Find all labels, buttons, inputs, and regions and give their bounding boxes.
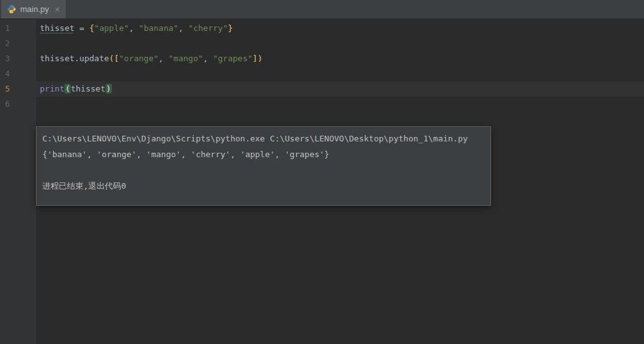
- code-token-brace: ]): [253, 54, 263, 63]
- code-token-plain: thisset.update: [40, 54, 109, 63]
- output-line: 进程已结束,退出代码0: [42, 178, 485, 194]
- line-number[interactable]: 2: [0, 36, 36, 51]
- code-token-string: "cherry": [188, 23, 228, 33]
- code-token-string: "grapes": [213, 54, 253, 63]
- code-token-plain: =: [75, 23, 89, 33]
- output-line: C:\Users\LENOVO\Env\Django\Scripts\pytho…: [42, 131, 485, 146]
- code-token-plain: ,: [178, 23, 188, 33]
- code-token-brace: {: [89, 23, 94, 33]
- line-number[interactable]: 5: [0, 81, 36, 97]
- code-token-plain: ,: [203, 54, 213, 63]
- run-output-panel: C:\Users\LENOVO\Env\Django\Scripts\pytho…: [36, 126, 491, 206]
- code-token-brace: ([: [109, 54, 119, 63]
- code-line[interactable]: 4: [0, 66, 644, 81]
- code-token-plain: ,: [129, 23, 139, 33]
- code-token-matched: (: [64, 84, 71, 93]
- output-line: [42, 162, 485, 178]
- run-output-text: C:\Users\LENOVO\Env\Django\Scripts\pytho…: [42, 131, 485, 194]
- code-text: thisset = {"apple", "banana", "cherry"}: [36, 21, 644, 36]
- code-token-string: "banana": [139, 23, 179, 33]
- tab-close-icon[interactable]: ×: [55, 5, 60, 14]
- code-text: [36, 97, 644, 112]
- python-icon: [7, 4, 16, 14]
- code-lines: 1thisset = {"apple", "banana", "cherry"}…: [0, 20, 644, 112]
- code-line[interactable]: 3thisset.update(["orange", "mango", "gra…: [0, 51, 644, 66]
- code-editor[interactable]: 1thisset = {"apple", "banana", "cherry"}…: [0, 20, 644, 344]
- code-token-matched: ): [106, 84, 112, 93]
- code-text: thisset.update(["orange", "mango", "grap…: [36, 51, 644, 66]
- code-line[interactable]: 5print(thisset): [0, 81, 644, 97]
- line-number[interactable]: 1: [0, 21, 36, 36]
- code-text: print(thisset): [36, 81, 644, 97]
- code-token-plain: ,: [159, 54, 169, 63]
- code-token-string: "mango": [169, 54, 204, 63]
- code-line[interactable]: 6: [0, 97, 644, 112]
- line-number[interactable]: 4: [0, 66, 36, 81]
- code-text: [36, 36, 644, 51]
- code-line[interactable]: 2: [0, 36, 644, 51]
- ide-window: main.py × 1thisset = {"apple", "banana",…: [0, 0, 644, 344]
- tab-label: main.py: [20, 4, 49, 14]
- code-token-string: "apple": [94, 23, 129, 33]
- code-token-builtin: print: [40, 84, 64, 93]
- code-token-brace: }: [228, 23, 233, 33]
- editor-tab-bar: main.py ×: [0, 0, 644, 19]
- code-text: [36, 66, 644, 81]
- tab-main-py[interactable]: main.py ×: [1, 0, 66, 18]
- code-token-typo: thisset: [40, 23, 75, 33]
- code-line[interactable]: 1thisset = {"apple", "banana", "cherry"}: [0, 21, 644, 36]
- line-number[interactable]: 6: [0, 97, 36, 112]
- line-number[interactable]: 3: [0, 51, 36, 66]
- code-token-string: "orange": [119, 54, 159, 63]
- code-token-plain: thisset: [71, 84, 106, 93]
- output-line: {'banana', 'orange', 'mango', 'cherry', …: [42, 146, 485, 162]
